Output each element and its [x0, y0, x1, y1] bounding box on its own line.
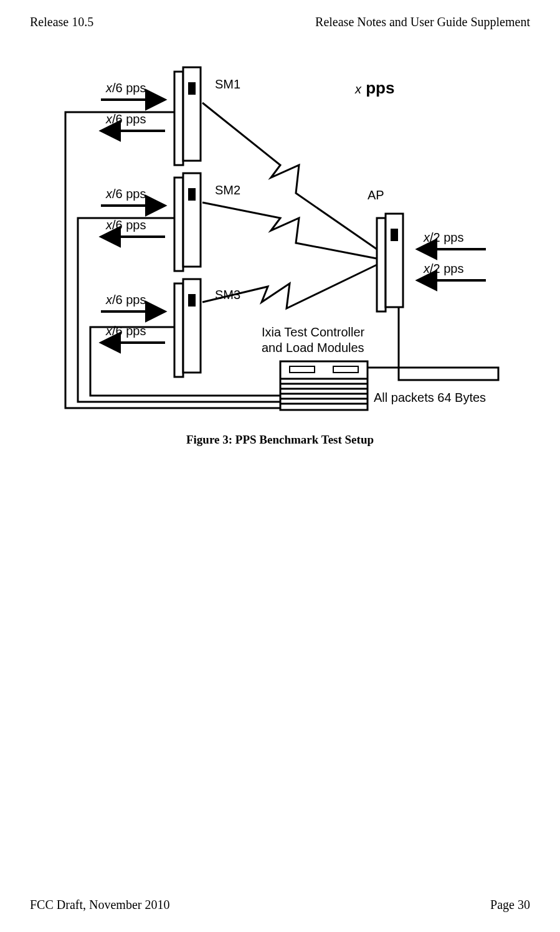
header-left: Release 10.5 — [30, 15, 93, 29]
diagram-svg: SM1 SM2 SM3 AP x pps x/6 pps x/6 pps x/6… — [50, 56, 511, 411]
header-right: Release Notes and User Guide Supplement — [315, 15, 530, 29]
sm3-device — [174, 279, 201, 377]
svg-rect-1 — [183, 67, 201, 161]
page: Release 10.5 Release Notes and User Guid… — [0, 0, 560, 932]
rate-sm1-in: x/6 pps — [105, 81, 146, 95]
sm2-device — [174, 173, 201, 271]
sm-devices — [174, 67, 201, 377]
svg-rect-4 — [183, 173, 201, 267]
svg-rect-13 — [290, 366, 315, 373]
label-ixia-2: and Load Modules — [262, 341, 364, 354]
rate-sm3-out: x/6 pps — [105, 324, 146, 338]
footer-right: Page 30 — [490, 898, 530, 912]
svg-rect-11 — [391, 229, 398, 241]
svg-rect-5 — [188, 188, 196, 201]
label-sm1: SM1 — [215, 77, 240, 91]
label-sm3: SM3 — [215, 288, 240, 302]
rate-ap-out: x/2 pps — [423, 262, 463, 275]
label-ixia-1: Ixia Test Controller — [262, 325, 365, 339]
svg-rect-9 — [377, 218, 386, 311]
svg-rect-7 — [183, 279, 201, 373]
svg-rect-10 — [386, 214, 403, 307]
svg-rect-2 — [188, 82, 196, 95]
svg-rect-14 — [333, 366, 358, 373]
footer-left: FCC Draft, November 2010 — [30, 898, 169, 912]
label-packets: All packets 64 Bytes — [374, 391, 486, 404]
svg-rect-0 — [174, 72, 183, 165]
wireless-links — [202, 103, 377, 308]
figure-pps-benchmark: SM1 SM2 SM3 AP x pps x/6 pps x/6 pps x/6… — [50, 56, 511, 411]
label-ap: AP — [368, 188, 384, 202]
rate-sm2-in: x/6 pps — [105, 187, 146, 201]
rate-ap-in: x/2 pps — [423, 231, 463, 244]
rate-sm1-out: x/6 pps — [105, 112, 146, 126]
sm1-device — [174, 67, 201, 165]
svg-rect-3 — [174, 178, 183, 271]
ap-device — [377, 214, 403, 311]
svg-rect-8 — [188, 294, 196, 307]
rate-sm2-out: x/6 pps — [105, 218, 146, 232]
ixia-controller-icon — [280, 361, 368, 410]
rate-sm3-in: x/6 pps — [105, 293, 146, 307]
label-x-pps: x pps — [354, 78, 394, 97]
svg-rect-6 — [174, 283, 183, 377]
figure-caption: Figure 3: PPS Benchmark Test Setup — [0, 433, 560, 447]
label-sm2: SM2 — [215, 183, 240, 197]
